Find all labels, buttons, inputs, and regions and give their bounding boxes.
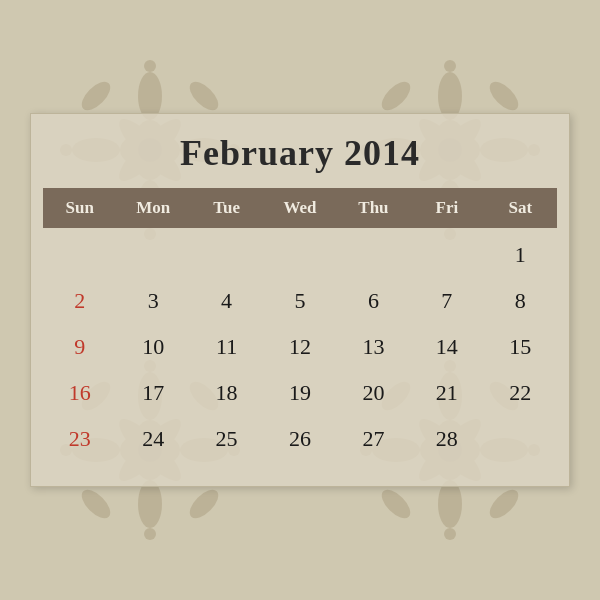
- calendar-wrapper: February 2014 SunMonTueWedThuFriSat 1234…: [0, 0, 600, 600]
- calendar-day-7[interactable]: 7: [410, 278, 483, 324]
- header-day-thu: Thu: [337, 188, 410, 228]
- calendar-day-9[interactable]: 9: [43, 324, 116, 370]
- calendar-day-23[interactable]: 23: [43, 416, 116, 462]
- calendar-day-empty-00: [43, 232, 116, 278]
- header-day-mon: Mon: [116, 188, 189, 228]
- calendar-day-empty-04: [337, 232, 410, 278]
- header-day-sun: Sun: [43, 188, 116, 228]
- calendar-day-2[interactable]: 2: [43, 278, 116, 324]
- calendar-day-6[interactable]: 6: [337, 278, 410, 324]
- calendar-day-26[interactable]: 26: [263, 416, 336, 462]
- header-day-tue: Tue: [190, 188, 263, 228]
- calendar-card: February 2014 SunMonTueWedThuFriSat 1234…: [30, 113, 570, 487]
- calendar-day-17[interactable]: 17: [116, 370, 189, 416]
- calendar-day-24[interactable]: 24: [116, 416, 189, 462]
- calendar-day-27[interactable]: 27: [337, 416, 410, 462]
- calendar-day-19[interactable]: 19: [263, 370, 336, 416]
- calendar-day-3[interactable]: 3: [116, 278, 189, 324]
- calendar-day-11[interactable]: 11: [190, 324, 263, 370]
- calendar-day-10[interactable]: 10: [116, 324, 189, 370]
- calendar-day-15[interactable]: 15: [484, 324, 557, 370]
- calendar-day-12[interactable]: 12: [263, 324, 336, 370]
- calendar-day-empty-02: [190, 232, 263, 278]
- header-day-fri: Fri: [410, 188, 483, 228]
- calendar-day-empty-05: [410, 232, 483, 278]
- calendar-day-20[interactable]: 20: [337, 370, 410, 416]
- calendar-day-14[interactable]: 14: [410, 324, 483, 370]
- calendar-day-28[interactable]: 28: [410, 416, 483, 462]
- calendar-header-row: SunMonTueWedThuFriSat: [43, 188, 557, 228]
- calendar-day-4[interactable]: 4: [190, 278, 263, 324]
- calendar-day-empty-01: [116, 232, 189, 278]
- calendar-day-25[interactable]: 25: [190, 416, 263, 462]
- calendar-day-8[interactable]: 8: [484, 278, 557, 324]
- header-day-sat: Sat: [484, 188, 557, 228]
- calendar-day-empty-46: [484, 416, 557, 462]
- calendar-day-21[interactable]: 21: [410, 370, 483, 416]
- calendar-day-22[interactable]: 22: [484, 370, 557, 416]
- calendar-day-5[interactable]: 5: [263, 278, 336, 324]
- calendar-day-13[interactable]: 13: [337, 324, 410, 370]
- calendar-day-18[interactable]: 18: [190, 370, 263, 416]
- calendar-day-16[interactable]: 16: [43, 370, 116, 416]
- calendar-grid: 1234567891011121314151617181920212223242…: [43, 232, 557, 462]
- header-day-wed: Wed: [263, 188, 336, 228]
- calendar-title: February 2014: [43, 132, 557, 174]
- calendar-day-1[interactable]: 1: [484, 232, 557, 278]
- calendar-day-empty-03: [263, 232, 336, 278]
